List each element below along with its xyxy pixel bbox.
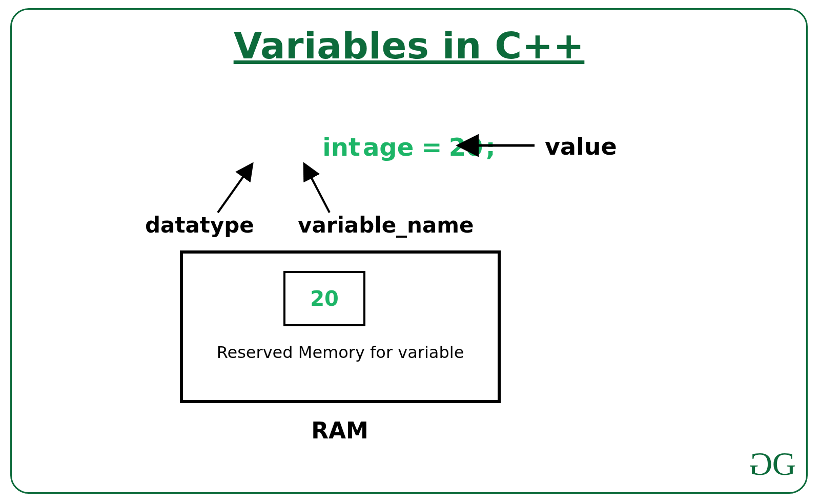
ram-label: RAM <box>12 417 668 444</box>
label-value: value <box>545 133 617 160</box>
code-equals: = <box>416 133 446 161</box>
code-semicolon: ; <box>486 133 496 161</box>
brand-g-right: G <box>772 446 794 482</box>
label-variable-name: variable_name <box>298 213 474 238</box>
code-value: 20 <box>449 133 483 161</box>
brand-g-left: G <box>751 445 772 483</box>
brand-logo: GG <box>751 445 794 483</box>
svg-line-1 <box>218 163 253 213</box>
code-variable-name: age <box>363 133 414 161</box>
label-datatype: datatype <box>145 213 254 238</box>
diagram-title: Variables in C++ <box>12 24 806 67</box>
ram-box: 20 Reserved Memory for variable <box>180 250 501 403</box>
code-datatype: int <box>322 133 360 161</box>
memory-cell-value: 20 <box>310 287 339 310</box>
diagram-card: Variables in C++ int age = 20 ; value da… <box>10 8 808 494</box>
memory-caption: Reserved Memory for variable <box>183 343 498 362</box>
svg-line-2 <box>304 163 330 213</box>
code-declaration: int age = 20 ; <box>12 133 806 161</box>
memory-cell: 20 <box>283 271 365 326</box>
